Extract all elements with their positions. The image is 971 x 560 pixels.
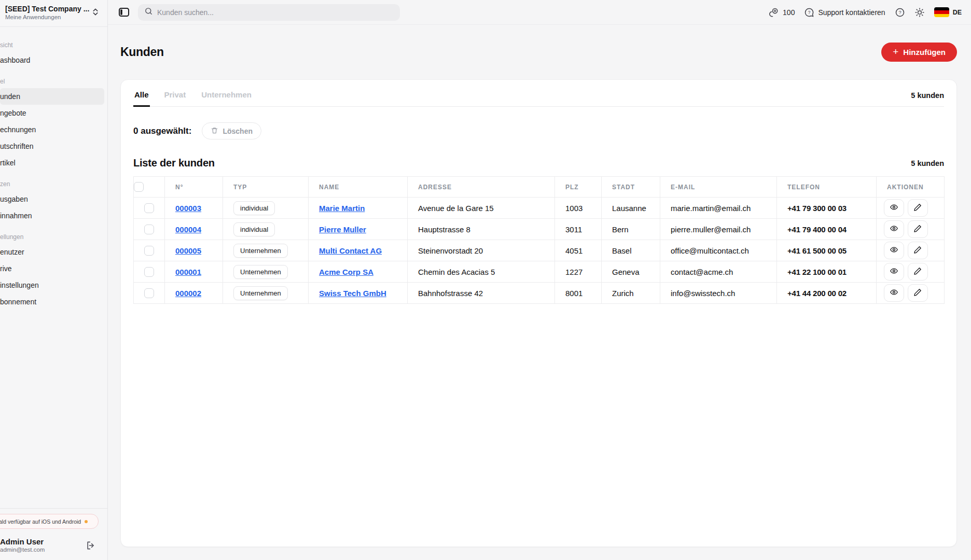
pencil-icon: [913, 224, 922, 234]
table-header-row: N° TYP NAME ADRESSE PLZ STADT E-MAIL TEL…: [134, 177, 945, 198]
edit-button[interactable]: [908, 199, 928, 217]
phone-cell: +41 79 300 00 03: [777, 198, 877, 219]
pencil-icon: [913, 288, 922, 298]
eye-icon: [890, 203, 898, 213]
tab-alle[interactable]: Alle: [133, 90, 150, 106]
sidebar-item-gutschriften[interactable]: utschriften: [0, 138, 104, 155]
topbar: 100 ? Support kontaktieren ? DE: [108, 0, 971, 25]
customer-number-link[interactable]: 000005: [175, 246, 201, 255]
support-button[interactable]: ? Support kontaktieren: [804, 7, 885, 18]
coins-icon: [769, 7, 779, 18]
header-telefon: TELEFON: [777, 177, 877, 198]
search-input[interactable]: [157, 8, 394, 17]
customer-number-link[interactable]: 000002: [175, 289, 201, 298]
sidebar-item-abonnement[interactable]: bonnement: [0, 293, 104, 310]
sidebar-item-rechnungen[interactable]: echnungen: [0, 121, 104, 138]
eye-icon: [890, 288, 898, 298]
list-title: Liste der kunden: [133, 157, 215, 169]
sidebar-item-drive[interactable]: rive: [0, 260, 104, 277]
view-button[interactable]: [884, 284, 904, 302]
row-checkbox[interactable]: [144, 288, 154, 298]
add-customer-button[interactable]: + Hinzufügen: [881, 43, 957, 62]
customer-number-link[interactable]: 000001: [175, 268, 201, 276]
panel-left-icon: [118, 12, 130, 20]
header-name: NAME: [309, 177, 408, 198]
credits-indicator[interactable]: 100: [769, 7, 795, 18]
help-button[interactable]: ?: [895, 7, 905, 18]
table-row: 000004individualPierre MullerHauptstrass…: [134, 219, 945, 240]
workspace-switcher[interactable]: [SEED] Test Company ... Meine Anwendunge…: [0, 0, 107, 27]
sidebar-item-einnahmen[interactable]: innahmen: [0, 207, 104, 224]
header-aktionen: AKTIONEN: [877, 177, 945, 198]
plz-cell: 8001: [555, 283, 602, 304]
page-title: Kunden: [120, 45, 164, 59]
logout-icon: [86, 544, 96, 552]
add-button-label: Hinzufügen: [903, 48, 946, 57]
row-checkbox[interactable]: [144, 267, 154, 277]
sidebar-toggle-button[interactable]: [117, 6, 131, 19]
customer-name-link[interactable]: Swiss Tech GmbH: [319, 289, 386, 298]
trash-icon: [211, 127, 218, 136]
plz-cell: 4051: [555, 240, 602, 261]
row-checkbox[interactable]: [144, 246, 154, 256]
type-badge: Unternehmen: [233, 286, 288, 300]
plus-icon: +: [893, 47, 898, 57]
row-checkbox[interactable]: [144, 225, 154, 234]
sidebar-item-kunden[interactable]: unden: [0, 88, 104, 105]
german-flag-icon: [934, 7, 949, 17]
sidebar-item-ausgaben[interactable]: usgaben: [0, 191, 104, 207]
language-switcher[interactable]: DE: [934, 7, 962, 17]
phone-cell: +41 79 400 00 04: [777, 219, 877, 240]
row-checkbox[interactable]: [144, 203, 154, 213]
sidebar-item-benutzer[interactable]: enutzer: [0, 244, 104, 260]
edit-button[interactable]: [908, 263, 928, 281]
customer-number-link[interactable]: 000004: [175, 225, 201, 234]
city-cell: Zurich: [602, 283, 660, 304]
sidebar-item-dashboard[interactable]: ashboard: [0, 52, 104, 68]
search-icon: [144, 7, 153, 18]
customer-number-link[interactable]: 000003: [175, 204, 201, 213]
customer-name-link[interactable]: Marie Martin: [319, 204, 365, 213]
logout-button[interactable]: [86, 540, 96, 551]
delete-button[interactable]: Löschen: [202, 122, 261, 139]
edit-button[interactable]: [908, 242, 928, 259]
customer-name-link[interactable]: Acme Corp SA: [319, 268, 373, 276]
sidebar-item-artikel[interactable]: rtikel: [0, 155, 104, 171]
view-button[interactable]: [884, 242, 904, 259]
type-badge: individual: [233, 222, 275, 236]
chevron-updown-icon: [91, 7, 100, 19]
view-button[interactable]: [884, 263, 904, 281]
tab-unternehmen[interactable]: Unternehmen: [200, 90, 253, 106]
credits-count: 100: [783, 8, 795, 17]
city-cell: Lausanne: [602, 198, 660, 219]
type-badge: Unternehmen: [233, 244, 288, 258]
view-button[interactable]: [884, 199, 904, 217]
search-bar[interactable]: [138, 4, 400, 21]
edit-button[interactable]: [908, 220, 928, 238]
sidebar-item-einstellungen[interactable]: instellungen: [0, 277, 104, 293]
phone-cell: +41 22 100 00 01: [777, 261, 877, 283]
customer-name-link[interactable]: Multi Contact AG: [319, 246, 382, 255]
customer-name-link[interactable]: Pierre Muller: [319, 225, 366, 234]
promo-text: Bald verfügbar auf iOS und Android: [0, 519, 81, 525]
address-cell: Steinenvorstadt 20: [408, 240, 555, 261]
table-row: 000003individualMarie MartinAvenue de la…: [134, 198, 945, 219]
header-email: E-MAIL: [660, 177, 777, 198]
theme-toggle-button[interactable]: [914, 7, 925, 18]
language-label: DE: [953, 9, 962, 16]
help-circle-icon: ?: [895, 7, 905, 18]
select-all-checkbox[interactable]: [134, 182, 144, 192]
sidebar-item-angebote[interactable]: ngebote: [0, 105, 104, 121]
city-cell: Geneva: [602, 261, 660, 283]
sidebar-footer: Bald verfügbar auf iOS und Android Admin…: [0, 508, 107, 560]
email-cell: office@multicontact.ch: [660, 240, 777, 261]
tab-privat[interactable]: Privat: [163, 90, 187, 106]
edit-button[interactable]: [908, 284, 928, 302]
table-row: 000005UnternehmenMulti Contact AGSteinen…: [134, 240, 945, 261]
view-button[interactable]: [884, 220, 904, 238]
plz-cell: 3011: [555, 219, 602, 240]
table-row: 000001UnternehmenAcme Corp SAChemin des …: [134, 261, 945, 283]
header-adresse: ADRESSE: [408, 177, 555, 198]
email-cell: pierre.muller@email.ch: [660, 219, 777, 240]
tabs-bar: Alle Privat Unternehmen 5 kunden: [133, 80, 944, 107]
